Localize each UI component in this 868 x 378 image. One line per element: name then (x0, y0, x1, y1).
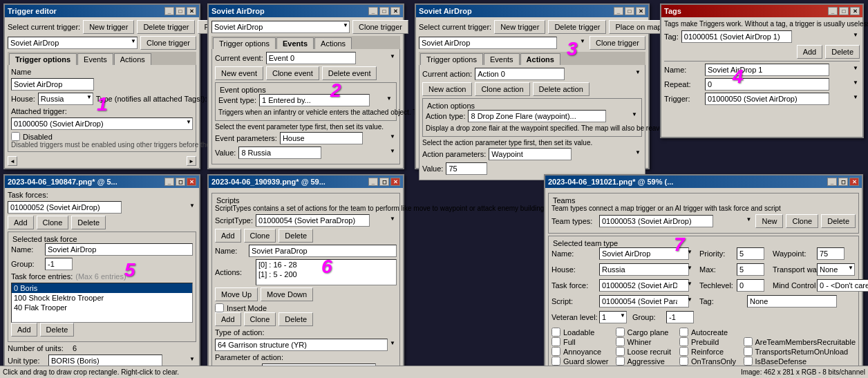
team-tag-select[interactable]: None (747, 295, 837, 308)
tags-name-select[interactable]: Soviet AirDrop 1 (705, 64, 829, 76)
team-tech-input[interactable] (737, 279, 764, 292)
tags-delete-btn[interactable]: Delete (825, 45, 860, 59)
type-action-select[interactable]: 64 Garrison structure (YR) (215, 339, 388, 351)
tf-entry-1[interactable]: 0 Boris (12, 283, 192, 293)
tab-trigger-options3[interactable]: Trigger options (420, 53, 483, 65)
tf-entry-3[interactable]: 40 Flak Trooper (12, 303, 192, 312)
events-minimize-btn[interactable]: _ (368, 7, 378, 15)
event-type-select[interactable]: 1 Entered by... (259, 94, 370, 106)
cb-whiner-input[interactable] (616, 337, 625, 346)
tab-actions[interactable]: Actions (114, 53, 151, 65)
event-value-select[interactable]: 8 Russia (238, 147, 321, 159)
disabled-checkbox[interactable] (11, 132, 20, 141)
scripts-delete-btn[interactable]: Delete (279, 229, 313, 243)
tab-events2[interactable]: Events (276, 37, 314, 49)
tf-entries-listbox[interactable]: 0 Boris 100 Shock Elektro Trooper 40 Fla… (11, 283, 193, 323)
events-maximize-btn[interactable]: □ (379, 7, 389, 15)
cb-guard-input[interactable] (551, 357, 560, 366)
delete-action-btn2[interactable]: Delete (279, 312, 313, 326)
tags-minimize-btn[interactable]: _ (828, 7, 838, 15)
cb-cargo-plane-input[interactable] (616, 328, 625, 337)
tf-delete-btn[interactable]: Delete (71, 216, 106, 229)
tf-name-input[interactable] (45, 243, 193, 256)
clone-action-btn2[interactable]: Clone (244, 312, 276, 326)
house-select[interactable]: Russia (38, 93, 93, 105)
new-action-btn[interactable]: New action (422, 82, 472, 96)
move-up-btn[interactable]: Move Up (215, 287, 258, 301)
script-action-2[interactable]: [1] : 5 - 200 (256, 270, 396, 279)
scripts-clone-btn[interactable]: Clone (244, 229, 276, 243)
scripts-minimize-btn[interactable]: _ (368, 178, 378, 186)
cb-autocreate-input[interactable] (679, 328, 688, 337)
scroll-right-btn[interactable]: ► (187, 156, 196, 166)
minimize-btn[interactable]: _ (164, 7, 174, 15)
tf-add-entry-btn[interactable]: Add (11, 323, 37, 337)
actions-trigger-select[interactable]: Soviet AirDrop (419, 37, 557, 49)
insert-mode-checkbox[interactable] (215, 303, 224, 312)
script-action-1[interactable]: [0] : 16 - 28 (256, 260, 396, 270)
maximize-btn[interactable]: □ (176, 7, 185, 15)
event-param-select[interactable]: House (280, 132, 363, 144)
teams-new-btn[interactable]: New (755, 214, 783, 228)
name-input[interactable] (11, 78, 94, 91)
actions-close-btn[interactable]: ✕ (636, 7, 645, 15)
cb-transports-input[interactable] (744, 347, 753, 356)
move-down-btn[interactable]: Move Down (261, 287, 313, 301)
team-name-select[interactable]: Soviet AirDrop (599, 247, 689, 260)
tf-select[interactable]: 01000052 (Soviet AirDrop) (8, 201, 122, 214)
tf-entry-2[interactable]: 100 Shock Elektro Trooper (12, 293, 192, 303)
actions-minimize-btn[interactable]: _ (614, 7, 623, 15)
teams-delete-btn[interactable]: Delete (821, 214, 856, 228)
team-priority-input[interactable] (737, 247, 764, 260)
tag-select[interactable]: 01000051 (Soviet AirDrop 1) (681, 30, 792, 43)
cb-ontrans-input[interactable] (679, 357, 688, 366)
tab-events[interactable]: Events (77, 53, 113, 65)
scripts-name-input[interactable] (249, 245, 397, 257)
clone-trigger-btn[interactable]: Clone trigger (140, 36, 196, 50)
new-trigger-btn[interactable]: New trigger (83, 20, 134, 34)
new-trigger-btn3[interactable]: New trigger (494, 20, 545, 34)
new-event-btn[interactable]: New event (215, 66, 263, 80)
tf-delete-entry-btn[interactable]: Delete (40, 323, 75, 337)
tags-add-btn[interactable]: Add (797, 45, 823, 59)
teams-minimize-btn[interactable]: _ (827, 178, 837, 186)
team-group-input[interactable] (666, 311, 694, 323)
team-transport-select[interactable]: None (817, 263, 855, 276)
tab-trigger-options2[interactable]: Trigger options (213, 37, 276, 49)
team-types-select[interactable]: 01000053 (Soviet AirDrop) (599, 215, 713, 227)
tab-actions2[interactable]: Actions (314, 37, 352, 49)
delete-action-btn[interactable]: Delete action (533, 82, 589, 96)
cb-annoyance-input[interactable] (551, 347, 560, 356)
scroll-left-btn[interactable]: ◄ (8, 156, 17, 166)
scripts-close-btn[interactable]: ✕ (390, 178, 400, 186)
current-action-select[interactable]: Action 0 (475, 68, 565, 80)
trigger-select[interactable]: Soviet AirDrop (8, 37, 138, 49)
clone-trigger-btn2[interactable]: Clone trigger (352, 20, 408, 34)
close-btn[interactable]: ✕ (187, 7, 196, 15)
cb-loose-input[interactable] (616, 347, 625, 356)
tf-clone-btn[interactable]: Clone (37, 216, 69, 229)
tab-actions3[interactable]: Actions (520, 53, 560, 65)
delete-event-btn[interactable]: Delete event (322, 66, 377, 80)
cb-aggressive-input[interactable] (616, 357, 625, 366)
team-max-input[interactable] (737, 263, 764, 276)
scripttype-select[interactable]: 01000054 (Soviet ParaDrop) (256, 214, 370, 227)
tab-trigger-options[interactable]: Trigger options (9, 53, 77, 65)
cb-full-input[interactable] (551, 337, 560, 346)
tf-close-btn[interactable]: ✕ (187, 178, 196, 186)
tf-restore-btn[interactable]: ◻ (176, 178, 185, 186)
team-house-select[interactable]: Russia (599, 263, 689, 276)
team-taskforce-select[interactable]: 01000052 (Soviet AirDrop) (599, 279, 689, 292)
add-action-btn[interactable]: Add (215, 312, 241, 326)
cb-prebuild-input[interactable] (679, 337, 688, 346)
action-value-input[interactable] (446, 162, 487, 175)
cb-reinforce-input[interactable] (679, 347, 688, 356)
tf-group-input[interactable] (45, 258, 73, 270)
tab-events3[interactable]: Events (484, 53, 520, 65)
tags-trigger-select[interactable]: 01000050 (Soviet AirDrop) (705, 93, 829, 105)
events-title-select[interactable]: Soviet AirDrop (211, 21, 350, 33)
tags-repeat-select[interactable]: 0 (705, 78, 829, 91)
cb-loadable-input[interactable] (551, 328, 560, 337)
tags-maximize-btn[interactable]: □ (839, 7, 849, 15)
place-on-map-btn3[interactable]: Place on map (609, 20, 668, 34)
